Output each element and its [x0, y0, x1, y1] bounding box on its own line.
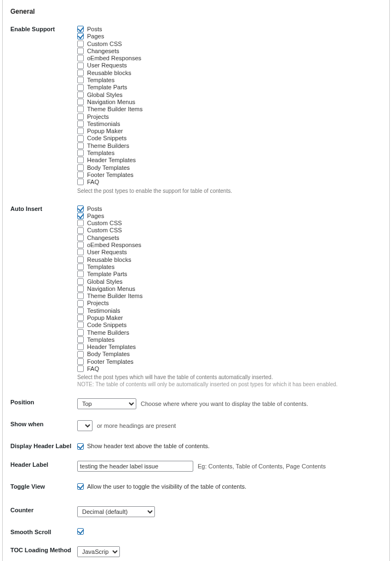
auto-insert-checkbox[interactable]	[77, 322, 84, 328]
auto-insert-checkbox[interactable]	[77, 242, 84, 248]
auto-insert-checkbox[interactable]	[77, 314, 84, 321]
enable-support-label: Posts	[87, 25, 102, 33]
enable-support-item: Custom CSS	[77, 40, 382, 48]
enable-support-item: Template Parts	[77, 83, 382, 91]
auto-insert-item: Templates	[77, 336, 382, 344]
enable-support-item: Theme Builders	[77, 142, 382, 150]
auto-insert-item: Navigation Menus	[77, 285, 382, 293]
label-enable-support: Enable Support	[10, 25, 77, 32]
auto-insert-checkbox[interactable]	[77, 256, 84, 263]
counter-select[interactable]: Decimal (default)	[77, 506, 155, 517]
enable-support-checkbox[interactable]	[77, 84, 84, 91]
enable-support-label: Theme Builders	[87, 142, 129, 150]
row-toc-loading: TOC Loading Method JavaScript (default)	[10, 546, 382, 557]
auto-insert-checkbox[interactable]	[77, 293, 84, 299]
enable-support-label: Changesets	[87, 47, 119, 55]
toggle-view-checkbox[interactable]	[77, 483, 84, 490]
label-counter: Counter	[10, 506, 77, 513]
auto-insert-item: Templates	[77, 263, 382, 271]
auto-insert-label: Testimonials	[87, 307, 120, 314]
enable-support-item: Projects	[77, 113, 382, 121]
auto-insert-label: Templates	[87, 336, 114, 344]
enable-support-label: Pages	[87, 32, 104, 40]
row-auto-insert: Auto Insert PostsPagesCustom CSSCustom C…	[10, 205, 382, 388]
enable-support-label: Templates	[87, 149, 114, 157]
auto-insert-label: Global Styles	[87, 278, 123, 285]
enable-support-checkbox[interactable]	[77, 77, 84, 83]
show-when-select[interactable]: 2	[77, 420, 93, 431]
auto-insert-checkbox[interactable]	[77, 278, 84, 285]
section-title: General	[10, 8, 382, 15]
auto-insert-item: Custom CSS	[77, 219, 382, 227]
enable-support-label: Reusable blocks	[87, 69, 131, 77]
enable-support-checkbox[interactable]	[77, 171, 84, 178]
toc-loading-select[interactable]: JavaScript (default)	[77, 546, 120, 557]
auto-insert-checkbox[interactable]	[77, 358, 84, 365]
enable-support-item: Changesets	[77, 47, 382, 55]
auto-insert-item: Custom CSS	[77, 226, 382, 234]
auto-insert-checkbox[interactable]	[77, 300, 84, 307]
enable-support-checkbox[interactable]	[77, 113, 84, 120]
auto-insert-checkbox[interactable]	[77, 271, 84, 277]
auto-insert-item: Header Templates	[77, 343, 382, 351]
auto-insert-checkbox[interactable]	[77, 351, 84, 358]
show-when-suffix: or more headings are present	[97, 422, 176, 429]
enable-support-label: Custom CSS	[87, 40, 122, 48]
auto-insert-label: Posts	[87, 205, 102, 213]
enable-support-checkbox[interactable]	[77, 142, 84, 149]
auto-insert-checkbox[interactable]	[77, 264, 84, 270]
smooth-scroll-checkbox[interactable]	[77, 528, 84, 535]
enable-support-label: Code Snippets	[87, 134, 126, 142]
enable-support-checkbox[interactable]	[77, 33, 84, 39]
position-select[interactable]: Top	[77, 398, 136, 409]
row-counter: Counter Decimal (default)	[10, 506, 382, 517]
enable-support-hint: Select the post types to enable the supp…	[77, 188, 382, 194]
auto-insert-checkbox[interactable]	[77, 234, 84, 241]
label-auto-insert: Auto Insert	[10, 205, 77, 212]
display-header-label-checkbox[interactable]	[77, 443, 84, 450]
auto-insert-checkbox[interactable]	[77, 329, 84, 336]
enable-support-checkbox[interactable]	[77, 55, 84, 61]
enable-support-checkbox[interactable]	[77, 157, 84, 163]
enable-support-checkbox[interactable]	[77, 99, 84, 105]
auto-insert-item: Popup Maker	[77, 314, 382, 322]
auto-insert-item: Footer Templates	[77, 358, 382, 365]
enable-support-checkbox[interactable]	[77, 179, 84, 185]
enable-support-checkbox[interactable]	[77, 62, 84, 69]
enable-support-item: Navigation Menus	[77, 98, 382, 106]
auto-insert-label: User Requests	[87, 248, 127, 256]
enable-support-label: Template Parts	[87, 83, 127, 91]
enable-support-checkbox[interactable]	[77, 41, 84, 47]
auto-insert-label: Body Templates	[87, 350, 130, 358]
auto-insert-label: Template Parts	[87, 270, 127, 278]
auto-insert-checkbox[interactable]	[77, 307, 84, 314]
auto-insert-checkbox[interactable]	[77, 336, 84, 343]
enable-support-checkbox[interactable]	[77, 48, 84, 54]
enable-support-checkbox[interactable]	[77, 70, 84, 76]
auto-insert-checkbox[interactable]	[77, 365, 84, 372]
auto-insert-checkbox[interactable]	[77, 285, 84, 292]
enable-support-checkbox[interactable]	[77, 135, 84, 142]
auto-insert-checkbox[interactable]	[77, 213, 84, 219]
auto-insert-checkbox[interactable]	[77, 220, 84, 226]
enable-support-checkbox[interactable]	[77, 150, 84, 156]
label-header-label: Header Label	[10, 461, 77, 468]
header-label-input[interactable]	[77, 461, 193, 472]
enable-support-checkbox[interactable]	[77, 121, 84, 127]
auto-insert-item: oEmbed Responses	[77, 241, 382, 249]
auto-insert-item: Code Snippets	[77, 321, 382, 329]
enable-support-item: Posts	[77, 25, 382, 33]
enable-support-item: Testimonials	[77, 120, 382, 128]
enable-support-label: Header Templates	[87, 156, 136, 164]
enable-support-item: Footer Templates	[77, 171, 382, 179]
enable-support-checkbox[interactable]	[77, 106, 84, 112]
auto-insert-checkbox[interactable]	[77, 344, 84, 350]
auto-insert-checkbox[interactable]	[77, 249, 84, 255]
enable-support-checkbox[interactable]	[77, 91, 84, 98]
enable-support-checkbox[interactable]	[77, 128, 84, 134]
enable-support-label: Footer Templates	[87, 171, 134, 179]
auto-insert-checkbox[interactable]	[77, 205, 84, 212]
enable-support-checkbox[interactable]	[77, 26, 84, 32]
auto-insert-checkbox[interactable]	[77, 227, 84, 234]
enable-support-checkbox[interactable]	[77, 164, 84, 171]
